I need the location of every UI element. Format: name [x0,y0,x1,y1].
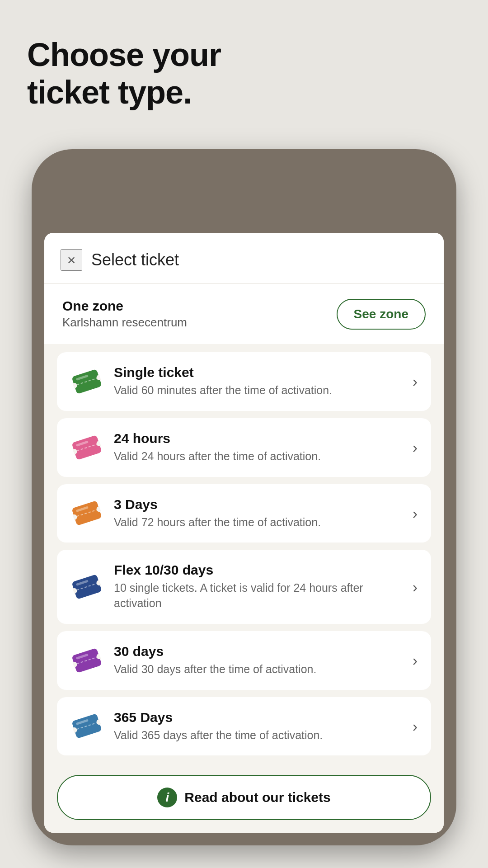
ticket-desc-24h: Valid 24 hours after the time of activat… [114,449,405,464]
ticket-text-3days: 3 DaysValid 72 hours after the time of a… [114,497,405,530]
ticket-name-flex: Flex 10/30 days [114,562,405,578]
zone-info: One zone Karlshamn resecentrum [62,298,187,330]
ticket-item-365days[interactable]: 365 DaysValid 365 days after the time of… [57,697,431,756]
modal-header: × Select ticket [44,233,444,284]
ticket-desc-3days: Valid 72 hours after the time of activat… [114,515,405,530]
page-title: Choose your ticket type. [27,36,221,111]
ticket-list: Single ticketValid 60 minutes after the … [44,344,444,766]
chevron-icon-24h: › [413,439,418,456]
zone-location: Karlshamn resecentrum [62,316,187,330]
bottom-bar: i Read about our tickets [44,766,444,833]
ticket-name-365days: 365 Days [114,710,405,725]
ticket-text-single: Single ticketValid 60 minutes after the … [114,365,405,398]
phone-screen: × Select ticket One zone Karlshamn resec… [44,233,444,833]
ticket-name-3days: 3 Days [114,497,405,512]
read-about-tickets-button[interactable]: i Read about our tickets [57,775,431,820]
ticket-icon-flex [70,571,103,603]
modal-title: Select ticket [91,250,179,269]
zone-name: One zone [62,298,187,314]
ticket-item-24h[interactable]: 24 hoursValid 24 hours after the time of… [57,418,431,477]
ticket-item-single[interactable]: Single ticketValid 60 minutes after the … [57,352,431,411]
ticket-name-single: Single ticket [114,365,405,380]
close-button[interactable]: × [61,249,82,271]
chevron-icon-3days: › [413,505,418,522]
ticket-text-24h: 24 hoursValid 24 hours after the time of… [114,431,405,464]
ticket-desc-30days: Valid 30 days after the time of activati… [114,662,405,677]
ticket-desc-single: Valid 60 minutes after the time of activ… [114,383,405,398]
info-icon: i [157,788,177,807]
ticket-icon-30days [70,644,103,677]
see-zone-button[interactable]: See zone [337,299,426,330]
ticket-icon-3days [70,497,103,529]
read-btn-label: Read about our tickets [184,790,330,805]
ticket-name-24h: 24 hours [114,431,405,446]
chevron-icon-flex: › [413,578,418,596]
svg-rect-20 [71,648,102,673]
chevron-icon-365days: › [413,717,418,735]
ticket-icon-365days [70,710,103,742]
chevron-icon-30days: › [413,651,418,669]
ticket-text-365days: 365 DaysValid 365 days after the time of… [114,710,405,743]
ticket-item-30days[interactable]: 30 daysValid 30 days after the time of a… [57,631,431,690]
phone-shell: × Select ticket One zone Karlshamn resec… [32,149,456,845]
ticket-text-30days: 30 daysValid 30 days after the time of a… [114,644,405,677]
ticket-desc-flex: 10 single tickets. A ticket is valid for… [114,580,405,611]
svg-rect-0 [71,369,102,394]
svg-rect-5 [71,435,102,460]
chevron-icon-single: › [413,373,418,390]
ticket-desc-365days: Valid 365 days after the time of activat… [114,728,405,743]
ticket-item-3days[interactable]: 3 DaysValid 72 hours after the time of a… [57,484,431,543]
ticket-icon-single [70,365,103,398]
ticket-item-flex[interactable]: Flex 10/30 days10 single tickets. A tick… [57,550,431,624]
ticket-icon-24h [70,431,103,464]
zone-row: One zone Karlshamn resecentrum See zone [44,284,444,344]
ticket-text-flex: Flex 10/30 days10 single tickets. A tick… [114,562,405,611]
ticket-name-30days: 30 days [114,644,405,659]
